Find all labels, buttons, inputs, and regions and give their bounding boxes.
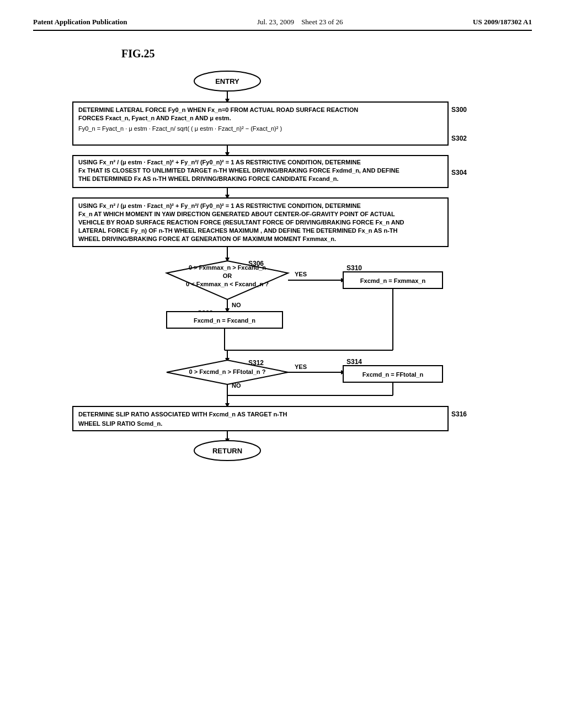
svg-text:0 < Fxmmax_n < Fxcand_n ?: 0 < Fxmmax_n < Fxcand_n ? <box>186 281 269 287</box>
figure-area: FIG.25 ENTRY DETERMINE LATERAL FORCE Fy0… <box>33 47 532 667</box>
svg-text:Fxcmd_n = Fxmmax_n: Fxcmd_n = Fxmmax_n <box>360 277 426 284</box>
svg-text:ENTRY: ENTRY <box>215 77 239 85</box>
svg-text:YES: YES <box>295 363 307 370</box>
header-date: Jul. 23, 2009 <box>257 18 294 26</box>
svg-text:DETERMINE LATERAL FORCE Fy0_n : DETERMINE LATERAL FORCE Fy0_n WHEN Fx_n=… <box>78 106 358 113</box>
header-patent-number: US 2009/187302 A1 <box>473 18 532 26</box>
flowchart-container: ENTRY DETERMINE LATERAL FORCE Fy0_n WHEN… <box>56 69 509 667</box>
header-date-sheet: Jul. 23, 2009 Sheet 23 of 26 <box>257 18 343 26</box>
svg-rect-64 <box>73 406 448 431</box>
svg-text:WHEEL SLIP RATIO Scmd_n.: WHEEL SLIP RATIO Scmd_n. <box>78 420 162 427</box>
svg-text:S300: S300 <box>451 106 467 114</box>
svg-text:DETERMINE SLIP RATIO ASSOCIATE: DETERMINE SLIP RATIO ASSOCIATED WITH Fxc… <box>78 411 287 417</box>
svg-text:Fxcmd_n = Fxcand_n: Fxcmd_n = Fxcand_n <box>194 317 255 324</box>
header-publication: Patent Application Publication <box>33 18 127 26</box>
header-sheet: Sheet 23 of 26 <box>301 18 343 26</box>
svg-text:0 > Fxmmax_n > Fxcand_n: 0 > Fxmmax_n > Fxcand_n <box>189 264 266 271</box>
svg-text:S314: S314 <box>347 358 362 366</box>
svg-text:Fx THAT IS CLOSEST TO UNLIMITE: Fx THAT IS CLOSEST TO UNLIMITED TARGET n… <box>78 167 399 174</box>
svg-text:RETURN: RETURN <box>212 447 242 455</box>
page-header: Patent Application Publication Jul. 23, … <box>33 18 532 31</box>
svg-text:OR: OR <box>223 272 232 279</box>
svg-text:NO: NO <box>232 302 241 308</box>
svg-text:NO: NO <box>232 382 241 389</box>
figure-title: FIG.25 <box>121 47 155 60</box>
flowchart-svg: ENTRY DETERMINE LATERAL FORCE Fy0_n WHEN… <box>56 69 509 665</box>
svg-text:LATERAL FORCE Fy_n) OF n-TH WH: LATERAL FORCE Fy_n) OF n-TH WHEEL REACHE… <box>78 227 398 234</box>
svg-text:FORCES Fxact_n, Fyact_n AND Fz: FORCES Fxact_n, Fyact_n AND Fzact_n AND … <box>78 115 231 121</box>
svg-text:0 > Fxcmd_n > FFtotal_n ?: 0 > Fxcmd_n > FFtotal_n ? <box>189 368 266 375</box>
svg-text:WHEEL DRIVING/BRAKING FORCE AT: WHEEL DRIVING/BRAKING FORCE AT GENERATIO… <box>78 235 336 242</box>
svg-text:USING Fx_n²  / (μ estm · Fzact: USING Fx_n² / (μ estm · Fzact_n)² + Fy_n… <box>78 159 361 165</box>
svg-text:Fxcmd_n = FFtotal_n: Fxcmd_n = FFtotal_n <box>363 371 424 378</box>
svg-text:VEHICLE BY ROAD SURFACE REACTI: VEHICLE BY ROAD SURFACE REACTION FORCE (… <box>78 219 404 226</box>
svg-text:USING Fx_n²  / (μ estm · Fzact: USING Fx_n² / (μ estm · Fzact_n)² + Fy_n… <box>78 202 361 209</box>
svg-text:Fy0_n = Fyact_n · μ estm · Fza: Fy0_n = Fyact_n · μ estm · Fzact_n/ sqrt… <box>78 125 282 132</box>
svg-text:S316: S316 <box>451 410 467 418</box>
svg-text:S304: S304 <box>451 169 467 176</box>
svg-text:S302: S302 <box>451 135 467 142</box>
svg-text:YES: YES <box>295 271 307 277</box>
svg-text:Fx_n AT WHICH MOMENT IN YAW DI: Fx_n AT WHICH MOMENT IN YAW DIRECTION GE… <box>78 211 395 217</box>
svg-text:S310: S310 <box>347 264 362 272</box>
svg-text:THE DETERMINED Fx AS n-TH WHEE: THE DETERMINED Fx AS n-TH WHEEL DRIVING/… <box>78 175 339 182</box>
